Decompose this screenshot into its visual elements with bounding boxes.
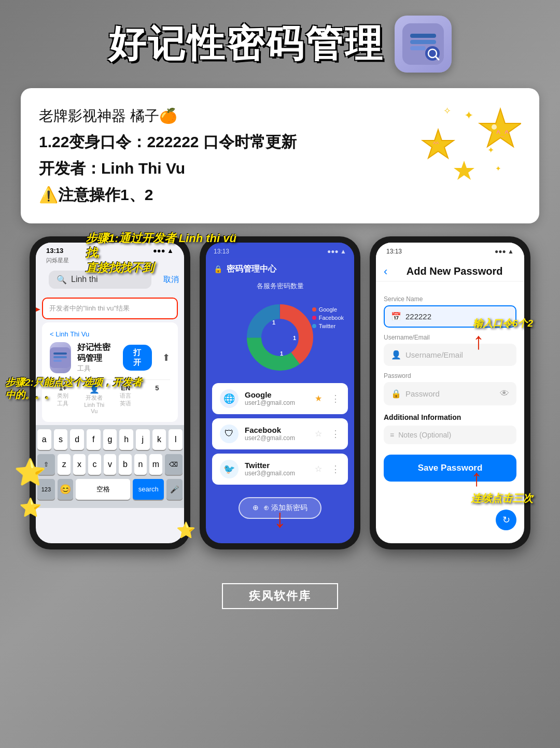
- key-search[interactable]: search: [133, 479, 164, 500]
- facebook-info: Facebook user2@gmail.com: [245, 426, 295, 442]
- info-line-2: 1.22变身口令：222222 口令时常更新: [39, 129, 407, 155]
- phone2-frame: 13:13 ●●● ▲ 🔒 密码管理中心 各服务密码数量 1 1: [200, 236, 360, 549]
- lock-icon: 🔒: [214, 265, 222, 273]
- key-x[interactable]: x: [73, 454, 86, 475]
- password-label: Password: [384, 372, 516, 379]
- phone3-time: 13:13: [386, 248, 402, 255]
- info-text-block: 老牌影视神器 橘子🍊 1.22变身口令：222222 口令时常更新 开发者：Li…: [39, 104, 407, 208]
- phone1-app-icon: [50, 342, 71, 373]
- save-password-btn[interactable]: Save Password: [384, 455, 516, 482]
- service-label: Service Name: [384, 295, 516, 303]
- phone1-screen: 13:13 ●●● ▲ 闪烁星星 🔍 Linh thi 取消 开发者中的"lin…: [36, 243, 184, 543]
- meta-developer: 👤 开发者 Linh Thi Vu: [81, 384, 108, 414]
- phone1-developer-section: < Linh Thi Vu 好记性密码管理 工具 打开: [42, 322, 178, 422]
- meta-ratings: 1+ 类别 工具: [50, 384, 76, 414]
- phone2-screen: 13:13 ●●● ▲ 🔒 密码管理中心 各服务密码数量 1 1: [206, 243, 354, 543]
- google-menu-icon[interactable]: ⋮: [331, 393, 340, 404]
- phone2-title: 密码管理中心: [227, 264, 276, 275]
- calendar-icon: 📅: [391, 312, 401, 321]
- notes-placeholder: Notes (Optional): [398, 431, 451, 439]
- key-delete[interactable]: ⌫: [165, 454, 183, 475]
- key-k[interactable]: k: [152, 429, 166, 450]
- info-line-1: 老牌影视神器 橘子🍊: [39, 104, 407, 129]
- svg-rect-1: [410, 34, 436, 38]
- facebook-menu-icon[interactable]: ⋮: [331, 428, 340, 440]
- twitter-menu-icon[interactable]: ⋮: [331, 463, 340, 475]
- phone1-cancel-btn[interactable]: 取消: [163, 275, 179, 285]
- username-placeholder: Username/Email: [405, 350, 463, 359]
- info-card: 老牌影视神器 橘子🍊 1.22变身口令：222222 口令时常更新 开发者：Li…: [21, 88, 539, 223]
- bottom-bar: 疾风软件库: [0, 560, 560, 622]
- google-info: Google user1@gmail.com: [245, 390, 295, 406]
- service-name-input[interactable]: 📅 222222: [384, 305, 516, 328]
- service-input-wrapper: 📅 222222: [384, 305, 516, 328]
- key-h[interactable]: h: [119, 429, 133, 450]
- notes-icon: ≡: [390, 431, 394, 439]
- phone1-search-bar[interactable]: 🔍 Linh thi: [49, 271, 151, 289]
- key-g[interactable]: g: [103, 429, 117, 450]
- key-l[interactable]: l: [169, 429, 183, 450]
- phone2-entries: 🌐 Google user1@gmail.com ★ ⋮ 🛡 Facebook …: [206, 379, 354, 493]
- key-c[interactable]: c: [88, 454, 101, 475]
- svg-text:^^: ^^: [433, 140, 439, 148]
- key-123[interactable]: 123: [37, 479, 55, 500]
- phone2-add-btn[interactable]: ⊕ ⊕ 添加新密码: [239, 497, 321, 519]
- key-shift[interactable]: ⇧: [37, 454, 55, 475]
- svg-rect-2: [410, 40, 436, 44]
- refresh-btn[interactable]: ↻: [496, 510, 516, 530]
- key-space[interactable]: 空格: [76, 479, 130, 500]
- phone1-keyboard: a s d f g h j k l ⇧ z x c v b n: [36, 425, 184, 508]
- meta-language: EN 语言 英语: [113, 384, 139, 414]
- key-a[interactable]: a: [37, 429, 51, 450]
- phone1-app-cat: 工具: [77, 364, 117, 373]
- phone3-form: Service Name 📅 222222 Username/Email 👤 U…: [376, 281, 524, 489]
- key-mic[interactable]: 🎤: [166, 479, 183, 500]
- key-j[interactable]: j: [136, 429, 150, 450]
- twitter-star-icon[interactable]: ☆: [315, 464, 322, 474]
- share-icon[interactable]: ⬆: [162, 352, 170, 363]
- password-input[interactable]: 🔒 Password 👁: [384, 382, 516, 405]
- phones-row: 步骤1:通过开发者 Linh thi vü 找,直接找找不到 步骤2:只能点这个…: [0, 236, 560, 549]
- phone2-time: 13:13: [214, 248, 229, 255]
- add-icon: ⊕: [253, 503, 259, 512]
- header-section: 好记性密码管理: [0, 0, 560, 83]
- phone1-search-result[interactable]: 开发者中的"linh thi vu"结果 ➤: [42, 298, 178, 319]
- phone3-nav: ‹ Add New Password: [376, 257, 524, 281]
- phone1-app-info: 好记性密码管理 工具: [77, 342, 117, 373]
- info-line-3: 开发者：Linh Thi Vu: [39, 155, 407, 181]
- username-label: Username/Email: [384, 334, 516, 341]
- key-b[interactable]: b: [119, 454, 131, 475]
- key-z[interactable]: z: [58, 454, 70, 475]
- phone2-entry-facebook[interactable]: 🛡 Facebook user2@gmail.com ☆ ⋮: [212, 418, 348, 449]
- key-f[interactable]: f: [87, 429, 101, 450]
- key-v[interactable]: v: [104, 454, 116, 475]
- bottom-badge-text: 疾风软件库: [249, 589, 311, 602]
- app-icon: [395, 16, 452, 73]
- svg-text:✦: ✦: [487, 146, 494, 154]
- key-s[interactable]: s: [54, 429, 68, 450]
- svg-text:✦: ✦: [464, 109, 473, 122]
- phone2-entry-google[interactable]: 🌐 Google user1@gmail.com ★ ⋮: [212, 383, 348, 414]
- phone3-back-btn[interactable]: ‹: [384, 265, 387, 278]
- username-input[interactable]: 👤 Username/Email: [384, 344, 516, 366]
- phone3-screen: 13:13 ●●● ▲ ‹ Add New Password Service N…: [376, 243, 524, 543]
- developer-back-label[interactable]: < Linh Thi Vu: [50, 330, 170, 338]
- phone2-chart-area: 1 1 1 Google Facebook Twitter: [206, 296, 354, 379]
- eye-icon[interactable]: 👁: [500, 388, 509, 399]
- phone2-entry-twitter[interactable]: 🐦 Twitter user3@gmail.com ☆ ⋮: [212, 454, 348, 485]
- bottom-badge: 疾风软件库: [222, 583, 338, 609]
- phone1-open-btn[interactable]: 打开: [123, 345, 152, 371]
- notes-input[interactable]: ≡ Notes (Optional): [384, 426, 516, 444]
- facebook-star-icon[interactable]: ☆: [315, 429, 322, 439]
- key-d[interactable]: d: [70, 429, 84, 450]
- user-icon: 👤: [391, 350, 401, 360]
- svg-text:^_^: ^_^: [496, 129, 509, 137]
- key-n[interactable]: n: [134, 454, 147, 475]
- phone3-signal: ●●● ▲: [495, 248, 514, 255]
- app-title: 好记性密码管理: [108, 19, 384, 69]
- key-m[interactable]: m: [149, 454, 162, 475]
- key-emoji[interactable]: 😊: [58, 479, 74, 500]
- service-value: 222222: [405, 312, 431, 321]
- lock-field-icon: 🔒: [391, 389, 401, 399]
- google-star-icon[interactable]: ★: [315, 393, 322, 403]
